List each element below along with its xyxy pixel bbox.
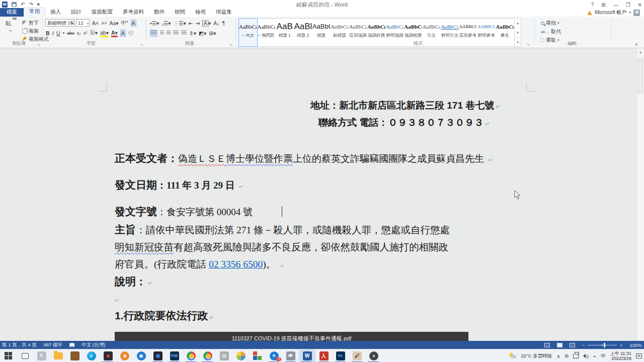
zoom-thumb[interactable]	[604, 343, 605, 347]
font-name-select[interactable]: 新細明體 (本文 ▾	[45, 19, 74, 27]
hidden-icons-chevron-icon[interactable]: ∧	[556, 353, 560, 359]
tab-home[interactable]: 常用	[24, 8, 45, 17]
taskbar-chrome-1[interactable]	[183, 349, 199, 362]
action-center-icon[interactable]	[636, 353, 642, 358]
bullets-icon[interactable]: •☰▾	[150, 20, 159, 26]
replace-button[interactable]: ab→ 取代	[541, 28, 561, 35]
zoom-slider[interactable]: − +	[582, 342, 623, 348]
style-book-title[interactable]: AaBbCcD 書名	[496, 19, 514, 46]
character-shading-icon[interactable]: A	[120, 30, 126, 37]
customize-qat-icon[interactable]: ▾	[37, 2, 40, 8]
tab-references[interactable]: 參考資料	[118, 8, 149, 17]
minimize-icon[interactable]: —	[613, 2, 618, 8]
scroll-up-icon[interactable]: ▲	[637, 48, 644, 56]
taskbar-file-explorer[interactable]	[50, 349, 66, 362]
task-view-button[interactable]	[17, 349, 33, 362]
taskbar-apowerrec[interactable]: ◉	[133, 349, 149, 362]
zoom-in-icon[interactable]: +	[620, 342, 623, 348]
taskbar-acrobat[interactable]: 人	[315, 349, 332, 362]
tab-design[interactable]: 設計	[66, 8, 87, 17]
undo-icon[interactable]: ↶	[21, 2, 25, 8]
zoom-out-icon[interactable]: −	[582, 342, 585, 348]
align-center-icon[interactable]	[160, 30, 164, 36]
taskbar-chrome-2[interactable]	[199, 349, 216, 362]
show-marks-icon[interactable]: ¶	[222, 20, 225, 26]
tab-view[interactable]: 檢視	[190, 8, 211, 17]
taskbar-paint-app[interactable]: 🖌	[349, 349, 365, 362]
gallery-more-icon[interactable]: ▼̲	[515, 38, 521, 47]
taskbar-color-grid-app[interactable]	[249, 349, 266, 362]
line-spacing-icon[interactable]: ⇕▾	[189, 30, 196, 36]
style-emphasis[interactable]: AaBbCcD 強調斜體	[367, 19, 385, 46]
weather-icon[interactable]	[509, 353, 516, 359]
text-effects-icon[interactable]: Ⓐ▾	[90, 30, 98, 37]
italic-icon[interactable]: I	[52, 31, 54, 36]
zoom-track[interactable]	[588, 345, 617, 345]
language-indicator[interactable]: 中文 (台灣)	[82, 342, 105, 348]
taskbar-gimp[interactable]: 👁	[282, 349, 299, 362]
character-border-icon[interactable]: A	[131, 20, 136, 27]
clipboard-dialog-launcher-icon[interactable]: ↘	[37, 42, 41, 47]
font-dialog-launcher-icon[interactable]: ↘	[140, 42, 143, 47]
network-icon[interactable]	[573, 354, 579, 358]
shading-icon[interactable]: ◩▾	[199, 30, 206, 36]
web-layout-icon[interactable]	[570, 343, 575, 347]
chevron-down-icon[interactable]: ▾	[63, 31, 65, 35]
taskbar-fax-app[interactable]: ▤	[216, 349, 232, 362]
print-layout-icon[interactable]	[557, 343, 562, 347]
gallery-up-icon[interactable]: ▲	[515, 19, 521, 28]
tab-review[interactable]: 校閱	[170, 8, 190, 17]
bold-icon[interactable]: B	[46, 30, 50, 36]
taskbar-media-player[interactable]	[116, 349, 133, 362]
multilevel-list-icon[interactable]: ⋮☰▾	[174, 20, 186, 26]
shrink-font-icon[interactable]: A˅	[101, 21, 107, 26]
tab-addins[interactable]: 增益集	[211, 8, 237, 17]
tab-insert[interactable]: 插入	[45, 8, 66, 17]
font-color-icon[interactable]: A▾	[111, 30, 118, 37]
word-count[interactable]: 887 個字	[44, 342, 63, 348]
font-size-select[interactable]: 12 ▾	[76, 19, 90, 27]
restore-icon[interactable]: ❐	[626, 2, 630, 8]
numbering-icon[interactable]: ₁☰▾	[162, 20, 171, 26]
proofing-icon[interactable]	[69, 343, 74, 347]
copy-button[interactable]: 複製	[22, 28, 39, 34]
scrollbar-thumb[interactable]	[638, 59, 643, 93]
sort-icon[interactable]: A↓	[213, 20, 219, 26]
tab-mailings[interactable]: 郵件	[149, 8, 170, 17]
borders-icon[interactable]: ⊞▾	[209, 30, 216, 36]
document-canvas[interactable]: 地址：新北市新店區北新路三段 171 巷七號 聯絡方式 電話：０９３８０７３０９…	[0, 48, 644, 341]
asian-layout-icon[interactable]: 🄰▾	[202, 20, 211, 27]
align-left-icon[interactable]	[150, 30, 157, 37]
taskbar-screen-recorder[interactable]	[100, 349, 116, 362]
strikethrough-icon[interactable]: abc	[67, 31, 74, 36]
format-painter-button[interactable]: 複製格式	[22, 36, 49, 42]
tab-layout[interactable]: 版面配置	[87, 8, 118, 17]
superscript-icon[interactable]: x²	[84, 31, 88, 36]
subscript-icon[interactable]: x₂	[77, 31, 81, 36]
find-button[interactable]: 尋找 ▾	[541, 20, 559, 27]
taskbar-edge[interactable]: e	[83, 349, 100, 362]
select-button[interactable]: 選取 ▾	[541, 37, 559, 44]
vertical-scrollbar[interactable]: ▲	[636, 48, 644, 341]
read-mode-icon[interactable]	[544, 343, 550, 347]
style-subtitle[interactable]: AaBbCcD 副標題	[331, 19, 349, 46]
taskbar-disc-app[interactable]	[365, 349, 382, 362]
increase-indent-icon[interactable]: ⇥	[196, 20, 200, 26]
embedded-pdf-bar[interactable]: 1110327 COVID-19 疫苗接種後不良事件通報.pdf	[115, 332, 468, 341]
weather-text[interactable]: 22°C 多雲時陰	[521, 353, 552, 359]
underline-icon[interactable]: U	[56, 30, 60, 36]
align-right-icon[interactable]	[167, 30, 171, 36]
collapse-ribbon-icon[interactable]: ∧	[634, 42, 638, 47]
style-intense-emphasis[interactable]: AaBbCcD 鮮明強調	[386, 19, 404, 46]
style-subtle-reference[interactable]: AABBCCD 區別參考	[459, 19, 477, 46]
zoom-level[interactable]: 220%	[630, 342, 642, 348]
paragraph-dialog-launcher-icon[interactable]: ↘	[229, 42, 232, 47]
ime-indicator[interactable]: 中	[601, 353, 606, 359]
help-icon[interactable]: ?	[591, 2, 594, 8]
enclose-characters-icon[interactable]: ㊀	[128, 30, 134, 37]
gallery-down-icon[interactable]: ▼	[515, 28, 521, 38]
phone-hyperlink[interactable]: 02 3356 6500	[209, 259, 263, 269]
taskbar-pse[interactable]: PSE	[166, 349, 183, 362]
phonetic-guide-icon[interactable]: 中˟	[121, 20, 128, 27]
taskbar-word[interactable]: W	[299, 349, 315, 362]
